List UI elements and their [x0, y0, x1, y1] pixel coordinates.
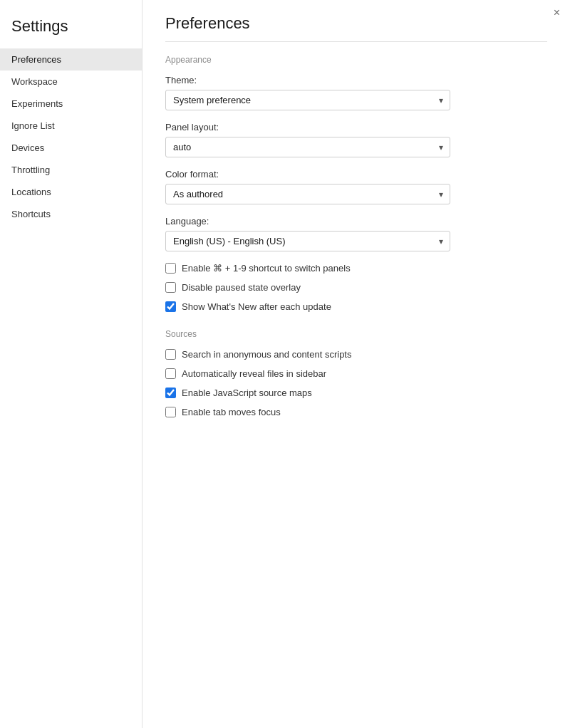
sources-section-title: Sources [165, 329, 547, 339]
source-maps-checkbox[interactable] [165, 388, 176, 398]
theme-select-wrapper: System preferenceLightDark [165, 90, 450, 110]
whats-new-checkbox[interactable] [165, 301, 176, 312]
checkbox-anon-scripts: Search in anonymous and content scripts [165, 349, 547, 360]
sources-checkboxes: Search in anonymous and content scripts … [165, 349, 547, 417]
reveal-files-checkbox[interactable] [165, 368, 176, 379]
checkbox-whats-new: Show What's New after each update [165, 301, 547, 312]
switch-panels-checkbox[interactable] [165, 263, 176, 274]
dialog-content: Settings PreferencesWorkspaceExperiments… [0, 0, 570, 728]
main-panel: Preferences Appearance Theme: System pre… [142, 0, 570, 728]
color-format-select[interactable]: As authoredHEXRGBHSL [165, 184, 450, 204]
switch-panels-label: Enable ⌘ + 1-9 shortcut to switch panels [182, 263, 351, 274]
tab-focus-checkbox[interactable] [165, 407, 176, 417]
page-title: Preferences [165, 14, 547, 33]
color-format-select-wrapper: As authoredHEXRGBHSL [165, 184, 450, 204]
sidebar-title: Settings [0, 11, 142, 48]
sidebar-item-devices[interactable]: Devices [0, 137, 142, 159]
paused-state-checkbox[interactable] [165, 282, 176, 293]
panel-layout-field: Panel layout: autohorizontalvertical [165, 122, 547, 157]
language-select-wrapper: English (US) - English (US) [165, 231, 450, 251]
appearance-section-title: Appearance [165, 55, 547, 65]
checkbox-paused-state: Disable paused state overlay [165, 282, 547, 293]
divider [165, 41, 547, 42]
panel-layout-select[interactable]: autohorizontalvertical [165, 137, 450, 157]
reveal-files-label: Automatically reveal files in sidebar [182, 368, 326, 379]
sidebar-nav: PreferencesWorkspaceExperimentsIgnore Li… [0, 48, 142, 225]
sidebar-item-experiments[interactable]: Experiments [0, 93, 142, 115]
sidebar-item-throttling[interactable]: Throttling [0, 159, 142, 181]
anon-scripts-checkbox[interactable] [165, 349, 176, 360]
close-button[interactable]: × [554, 7, 560, 19]
paused-state-label: Disable paused state overlay [182, 282, 301, 293]
color-format-label: Color format: [165, 169, 547, 180]
checkbox-source-maps: Enable JavaScript source maps [165, 388, 547, 398]
sidebar-item-preferences[interactable]: Preferences [0, 48, 142, 71]
theme-select[interactable]: System preferenceLightDark [165, 90, 450, 110]
color-format-field: Color format: As authoredHEXRGBHSL [165, 169, 547, 204]
sidebar-item-locations[interactable]: Locations [0, 181, 142, 203]
panel-layout-select-wrapper: autohorizontalvertical [165, 137, 450, 157]
language-label: Language: [165, 216, 547, 227]
language-field: Language: English (US) - English (US) [165, 216, 547, 251]
settings-dialog: × Settings PreferencesWorkspaceExperimen… [0, 0, 570, 728]
tab-focus-label: Enable tab moves focus [182, 407, 281, 417]
theme-field: Theme: System preferenceLightDark [165, 75, 547, 110]
panel-layout-label: Panel layout: [165, 122, 547, 132]
sidebar-item-workspace[interactable]: Workspace [0, 71, 142, 93]
sources-section: Sources Search in anonymous and content … [165, 329, 547, 417]
checkbox-tab-focus: Enable tab moves focus [165, 407, 547, 417]
language-select[interactable]: English (US) - English (US) [165, 231, 450, 251]
anon-scripts-label: Search in anonymous and content scripts [182, 349, 351, 360]
theme-label: Theme: [165, 75, 547, 85]
sidebar-item-ignore-list[interactable]: Ignore List [0, 115, 142, 137]
checkbox-switch-panels: Enable ⌘ + 1-9 shortcut to switch panels [165, 263, 547, 274]
sidebar: Settings PreferencesWorkspaceExperiments… [0, 0, 142, 728]
source-maps-label: Enable JavaScript source maps [182, 388, 312, 398]
sidebar-item-shortcuts[interactable]: Shortcuts [0, 203, 142, 225]
whats-new-label: Show What's New after each update [182, 301, 331, 312]
checkbox-reveal-files: Automatically reveal files in sidebar [165, 368, 547, 379]
